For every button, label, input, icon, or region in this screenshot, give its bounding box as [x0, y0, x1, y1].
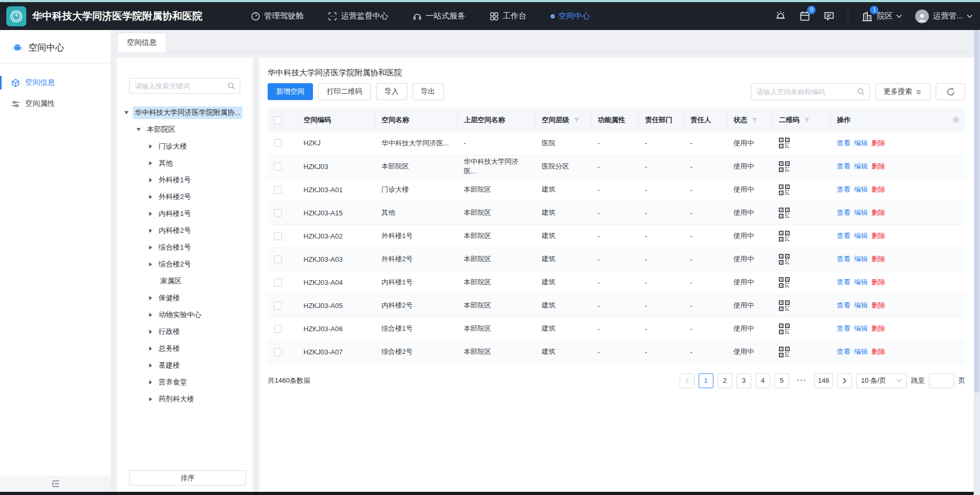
- column-settings-gear-icon[interactable]: [952, 116, 960, 124]
- edit-link[interactable]: 编辑: [854, 255, 868, 263]
- edit-link[interactable]: 编辑: [854, 209, 868, 216]
- tree-node-8[interactable]: 内科楼2号: [117, 222, 253, 239]
- view-link[interactable]: 查看: [837, 348, 850, 355]
- message-icon[interactable]: [824, 11, 835, 22]
- qr-code-icon[interactable]: [779, 161, 824, 172]
- edit-link[interactable]: 编辑: [854, 301, 868, 309]
- caret-right-icon[interactable]: [149, 178, 152, 182]
- caret-right-icon[interactable]: [149, 380, 152, 384]
- jump-page-input[interactable]: [929, 373, 954, 388]
- filter-icon[interactable]: [574, 117, 580, 123]
- tree-node-11[interactable]: 家属区: [117, 273, 253, 290]
- caret-right-icon[interactable]: [149, 212, 152, 216]
- row-checkbox[interactable]: [274, 325, 282, 333]
- tree-node-14[interactable]: 行政楼: [117, 323, 253, 340]
- view-link[interactable]: 查看: [837, 278, 850, 286]
- qr-code-icon[interactable]: [779, 137, 824, 148]
- page-size-select[interactable]: 10 条/页: [856, 373, 907, 388]
- row-checkbox[interactable]: [274, 209, 282, 217]
- tree-node-3[interactable]: 门诊大楼: [117, 138, 253, 155]
- sidebar-item-1[interactable]: 空间信息: [0, 72, 111, 93]
- import-button[interactable]: 导入: [376, 83, 407, 100]
- delete-link[interactable]: 删除: [871, 278, 885, 286]
- caret-right-icon[interactable]: [149, 313, 152, 317]
- export-button[interactable]: 导出: [413, 83, 444, 100]
- tree-node-5[interactable]: 外科楼1号: [117, 172, 253, 189]
- caret-right-icon[interactable]: [149, 262, 152, 266]
- tree-node-9[interactable]: 综合楼1号: [117, 239, 253, 256]
- delete-link[interactable]: 删除: [871, 139, 885, 147]
- print-qrcode-button[interactable]: 打印二维码: [318, 83, 371, 100]
- tree-search-input[interactable]: [129, 78, 240, 94]
- row-checkbox[interactable]: [274, 139, 282, 147]
- caret-down-icon[interactable]: [124, 111, 129, 114]
- qr-code-icon[interactable]: [779, 346, 824, 358]
- row-checkbox[interactable]: [274, 232, 282, 240]
- tree-node-15[interactable]: 总务楼: [117, 340, 253, 357]
- page-button-4[interactable]: 4: [756, 373, 770, 388]
- edit-link[interactable]: 编辑: [854, 278, 868, 286]
- caret-down-icon[interactable]: [136, 128, 141, 131]
- edit-link[interactable]: 编辑: [854, 185, 868, 193]
- filter-icon[interactable]: [752, 117, 758, 123]
- tree-node-4[interactable]: 其他: [117, 155, 253, 172]
- row-checkbox[interactable]: [274, 186, 282, 194]
- caret-right-icon[interactable]: [149, 229, 152, 233]
- tree-node-1[interactable]: 华中科技大学同济医学院附属协...: [117, 104, 253, 121]
- edit-link[interactable]: 编辑: [854, 162, 868, 170]
- delete-link[interactable]: 删除: [871, 209, 885, 216]
- nav-item-3[interactable]: 一站式服务: [413, 11, 465, 21]
- delete-link[interactable]: 删除: [871, 348, 885, 355]
- next-page-button[interactable]: [837, 373, 852, 388]
- caret-right-icon[interactable]: [149, 245, 152, 250]
- caret-right-icon[interactable]: [149, 144, 152, 148]
- qr-code-icon[interactable]: [779, 254, 824, 265]
- caret-right-icon[interactable]: [149, 330, 152, 334]
- view-link[interactable]: 查看: [837, 185, 850, 193]
- prev-page-button[interactable]: [680, 373, 694, 388]
- row-checkbox[interactable]: [274, 163, 282, 171]
- row-checkbox[interactable]: [274, 302, 282, 310]
- view-link[interactable]: 查看: [837, 301, 850, 309]
- sort-button[interactable]: 排序: [129, 470, 246, 486]
- view-link[interactable]: 查看: [837, 139, 850, 147]
- caret-right-icon[interactable]: [149, 346, 152, 351]
- page-button-5[interactable]: 5: [775, 373, 789, 388]
- page-scrollbar[interactable]: [974, 30, 980, 495]
- caret-right-icon[interactable]: [149, 296, 152, 300]
- tree-node-6[interactable]: 外科楼2号: [117, 189, 253, 205]
- refresh-button[interactable]: [936, 83, 965, 100]
- page-button-1[interactable]: 1: [699, 373, 713, 388]
- page-button-2[interactable]: 2: [718, 373, 732, 388]
- qr-code-icon[interactable]: [779, 323, 824, 334]
- tab-space-info[interactable]: 空间信息: [117, 33, 166, 52]
- delete-link[interactable]: 删除: [871, 255, 885, 263]
- sidebar-collapse-button[interactable]: [0, 476, 111, 492]
- caret-right-icon[interactable]: [149, 195, 152, 199]
- row-checkbox[interactable]: [274, 255, 282, 263]
- delete-link[interactable]: 删除: [871, 162, 885, 170]
- caret-right-icon[interactable]: [149, 363, 152, 368]
- qr-code-icon[interactable]: [779, 207, 824, 219]
- tree-node-12[interactable]: 保健楼: [117, 290, 253, 306]
- edit-link[interactable]: 编辑: [854, 348, 868, 355]
- alarm-icon[interactable]: [775, 11, 786, 22]
- view-link[interactable]: 查看: [837, 209, 850, 216]
- edit-link[interactable]: 编辑: [854, 232, 868, 240]
- tree-node-2[interactable]: 本部院区: [117, 121, 253, 138]
- delete-link[interactable]: 删除: [871, 232, 885, 240]
- tree-node-7[interactable]: 内科楼1号: [117, 205, 253, 222]
- sidebar-item-2[interactable]: 空间属性: [0, 93, 111, 114]
- edit-link[interactable]: 编辑: [854, 139, 868, 147]
- page-button-146[interactable]: 146: [814, 373, 833, 388]
- delete-link[interactable]: 删除: [871, 324, 885, 332]
- qr-code-icon[interactable]: [779, 231, 824, 242]
- page-button-3[interactable]: 3: [737, 373, 751, 388]
- delete-link[interactable]: 删除: [871, 185, 885, 193]
- nav-item-2[interactable]: 运营监督中心: [328, 11, 388, 21]
- add-space-button[interactable]: 新增空间: [268, 83, 313, 100]
- filter-icon[interactable]: [804, 117, 810, 123]
- view-link[interactable]: 查看: [837, 232, 850, 240]
- tree-node-13[interactable]: 动物实验中心: [117, 306, 253, 323]
- tree-node-10[interactable]: 综合楼2号: [117, 256, 253, 273]
